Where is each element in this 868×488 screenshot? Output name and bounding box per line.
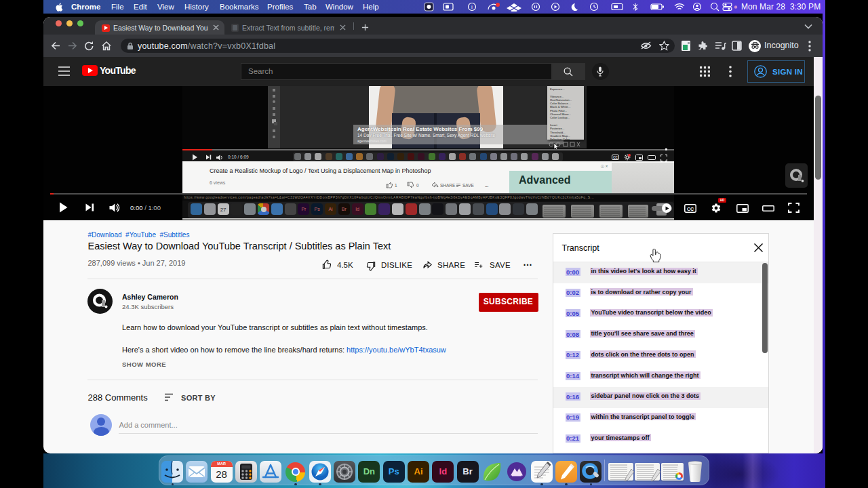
svg-text:0: 0: [416, 183, 419, 188]
svg-text:1: 1: [395, 183, 397, 188]
svg-text:CC: CC: [687, 207, 694, 211]
svg-text:...: ...: [485, 183, 489, 188]
svg-text:SAVE: SAVE: [462, 183, 475, 188]
svg-text:CC: CC: [613, 156, 618, 159]
svg-text:i: i: [471, 4, 473, 10]
svg-text:SHARE: SHARE: [440, 183, 456, 188]
